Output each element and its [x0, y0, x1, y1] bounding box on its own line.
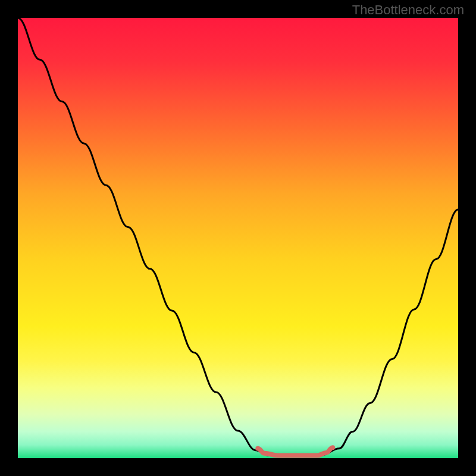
- plot-background: [18, 18, 458, 458]
- bottleneck-chart: [0, 0, 476, 476]
- watermark-text: TheBottleneck.com: [352, 2, 464, 18]
- chart-frame: TheBottleneck.com: [0, 0, 476, 476]
